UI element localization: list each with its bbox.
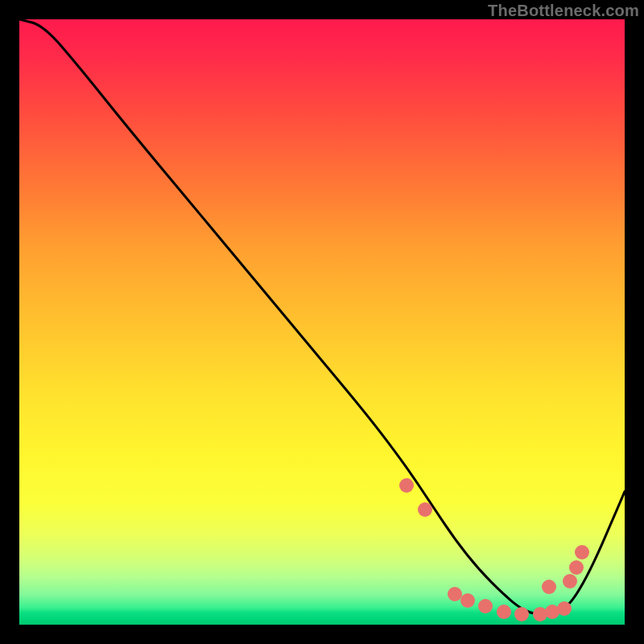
data-dot	[569, 560, 584, 575]
bottleneck-curve	[19, 19, 625, 614]
data-dot	[460, 593, 475, 608]
plot-area	[19, 19, 625, 625]
data-dot	[497, 605, 511, 619]
data-dot	[418, 502, 432, 517]
chart-stage: TheBottleneck.com	[0, 0, 644, 644]
attribution-text: TheBottleneck.com	[488, 2, 639, 20]
curve-svg	[19, 19, 625, 625]
data-dot	[514, 607, 529, 621]
